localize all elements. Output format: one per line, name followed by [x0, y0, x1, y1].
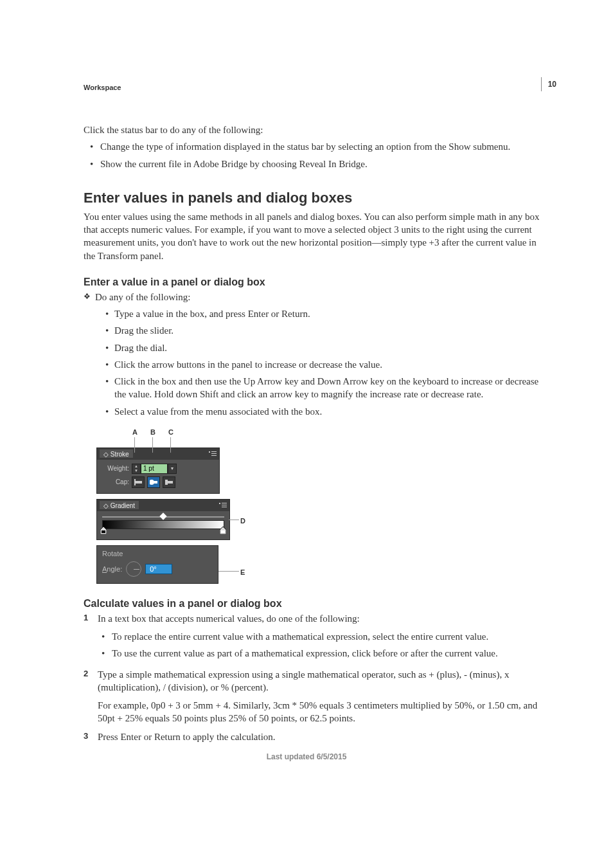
- section-heading: Enter values in panels and dialog boxes: [84, 190, 549, 206]
- step-text: In a text box that accepts numerical val…: [98, 613, 360, 624]
- footer-updated: Last updated 6/5/2015: [0, 752, 613, 761]
- rotate-panel: Rotate Angle: 0°: [96, 545, 218, 584]
- angle-value: 0°: [145, 564, 172, 574]
- gradient-stop-right-icon: [220, 527, 226, 534]
- subsection-heading: Enter a value in a panel or dialog box: [84, 276, 549, 288]
- gradient-tab-label: Gradient: [111, 502, 135, 509]
- svg-rect-5: [134, 479, 136, 485]
- breadcrumb: Workspace: [84, 84, 549, 91]
- svg-rect-0: [209, 451, 210, 453]
- stroke-panel: ◇ Stroke Weight: ▲▼ 1 pt ▾ Cap:: [96, 448, 220, 494]
- gradient-slider: [102, 516, 224, 530]
- step-item: Type a simple mathematical expression us…: [84, 668, 549, 725]
- step-text: Press Enter or Return to apply the calcu…: [98, 732, 276, 742]
- panel-menu-icon: [219, 502, 227, 509]
- angle-label: Angle:: [102, 565, 122, 573]
- step-example: For example, 0p0 + 3 or 5mm + 4. Similar…: [98, 699, 549, 725]
- svg-rect-15: [102, 530, 105, 533]
- rotate-title: Rotate: [102, 550, 213, 557]
- angle-dial-icon: [126, 561, 141, 577]
- method-bullet: Select a value from the menu associated …: [84, 405, 549, 418]
- stepper-arrows-icon: ▲▼: [132, 464, 141, 474]
- weight-stepper: ▲▼ 1 pt ▾: [132, 464, 177, 474]
- do-any-line: Do any of the following:: [84, 291, 549, 303]
- method-bullet: Click the arrow buttons in the panel to …: [84, 358, 549, 371]
- cap-projecting-icon: [163, 476, 175, 488]
- intro-bullet: Show the current file in Adobe Bridge by…: [84, 158, 549, 170]
- cap-label: Cap:: [102, 478, 129, 485]
- step-sub-bullet: To replace the entire current value with…: [95, 630, 549, 643]
- step-sub-bullet: To use the current value as part of a ma…: [95, 647, 549, 660]
- figure-label-e: E: [240, 568, 245, 576]
- step-item: Press Enter or Return to apply the calcu…: [84, 730, 549, 743]
- method-bullet: Drag the slider.: [84, 324, 549, 337]
- panels-figure: A B C ◇ Stroke Weight: ▲▼ 1 pt: [96, 428, 245, 584]
- method-bullet: Type a value in the box, and press Enter…: [84, 307, 549, 320]
- stroke-tab-label: Stroke: [111, 451, 129, 458]
- intro-bullet: Change the type of information displayed…: [84, 140, 549, 153]
- svg-rect-9: [165, 480, 168, 485]
- gradient-midpoint-icon: [159, 512, 166, 520]
- step-item: In a text box that accepts numerical val…: [84, 612, 549, 660]
- figure-label-c: C: [168, 428, 173, 436]
- svg-rect-10: [219, 503, 220, 504]
- svg-rect-17: [221, 530, 225, 533]
- panel-menu-icon: [209, 451, 217, 457]
- dropdown-arrow-icon: ▾: [168, 464, 177, 474]
- method-bullet: Click in the box and then use the Up Arr…: [84, 375, 549, 401]
- weight-value: 1 pt: [141, 464, 168, 474]
- section-paragraph: You enter values using the same methods …: [84, 210, 549, 262]
- svg-rect-11: [222, 503, 227, 503]
- gradient-panel: ◇ Gradient: [96, 499, 230, 540]
- step-text: Type a simple mathematical expression us…: [98, 669, 509, 692]
- svg-rect-3: [211, 455, 217, 456]
- weight-label: Weight:: [102, 465, 129, 472]
- subsection-heading: Calculate values in a panel or dialog bo…: [84, 598, 549, 610]
- svg-rect-13: [222, 507, 227, 507]
- figure-label-b: B: [150, 428, 155, 436]
- gradient-tab: ◇ Gradient: [100, 501, 139, 509]
- svg-rect-12: [222, 505, 227, 505]
- gradient-stop-left-icon: [100, 527, 107, 534]
- method-bullet: Drag the dial.: [84, 341, 549, 354]
- svg-rect-2: [211, 453, 217, 454]
- svg-rect-1: [211, 451, 217, 452]
- figure-label-a: A: [132, 428, 138, 436]
- figure-label-d: D: [240, 517, 245, 525]
- svg-point-7: [150, 480, 154, 485]
- page-number: 10: [541, 77, 556, 91]
- intro-lead: Click the status bar to do any of the fo…: [84, 123, 549, 136]
- cap-round-icon: [147, 476, 160, 488]
- cap-butt-icon: [132, 476, 145, 488]
- stroke-tab: ◇ Stroke: [100, 449, 133, 458]
